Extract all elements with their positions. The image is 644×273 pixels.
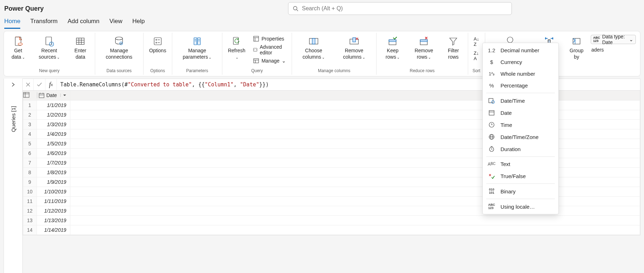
recent-sources-button[interactable]: Recent sources⌄: [32, 34, 67, 61]
column-header-date[interactable]: Date: [37, 92, 70, 98]
row-index[interactable]: 8: [23, 167, 37, 177]
type-date[interactable]: Date: [483, 107, 558, 119]
svg-point-3: [18, 43, 22, 45]
cell-date[interactable]: 1/6/2019: [37, 148, 70, 158]
cell-date[interactable]: 1/2/2019: [37, 110, 70, 119]
manage-parameters-button[interactable]: Manage parameters⌄: [175, 34, 219, 61]
filter-rows-button[interactable]: Filter rows: [442, 34, 465, 61]
row-index[interactable]: 6: [23, 148, 37, 158]
table-row[interactable]: 131/13/2019: [23, 215, 640, 225]
group-by-button[interactable]: Group by: [566, 34, 587, 61]
data-type-label: Data type: Date: [602, 34, 627, 45]
type-dtz[interactable]: Date/Time/Zone: [483, 131, 558, 143]
data-type-dropdown[interactable]: ABC123 Data type: Date ⌄: [591, 35, 636, 44]
row-index[interactable]: 14: [23, 225, 37, 235]
enter-data-button[interactable]: Enter data: [69, 34, 92, 61]
svg-rect-25: [254, 36, 259, 41]
cell-date[interactable]: 1/9/2019: [37, 177, 70, 187]
cell-date[interactable]: 1/1/2019: [37, 100, 70, 110]
cell-date[interactable]: 1/14/2019: [37, 225, 70, 235]
row-index[interactable]: 13: [23, 215, 37, 225]
cell-date[interactable]: 1/5/2019: [37, 139, 70, 148]
currency-icon: $: [488, 59, 496, 65]
type-duration[interactable]: Duration: [483, 143, 558, 155]
cell-date[interactable]: 1/10/2019: [37, 187, 70, 196]
svg-rect-19: [197, 38, 200, 45]
row-index[interactable]: 4: [23, 129, 37, 139]
cancel-formula-button[interactable]: [23, 79, 34, 90]
row-index[interactable]: 12: [23, 206, 37, 215]
row-index[interactable]: 9: [23, 177, 37, 187]
table-row[interactable]: 141/14/2019: [23, 225, 640, 235]
type-currency[interactable]: $Currency: [483, 56, 558, 68]
column-filter-button[interactable]: [60, 93, 69, 97]
group-icon: [572, 36, 581, 46]
commit-formula-button[interactable]: [34, 79, 45, 90]
svg-rect-4: [46, 37, 52, 45]
tab-transform[interactable]: Transform: [30, 18, 58, 29]
get-data-button[interactable]: Get data⌄: [7, 34, 29, 61]
tab-add-column[interactable]: Add column: [67, 18, 99, 29]
tab-help[interactable]: Help: [132, 18, 145, 29]
type-locale[interactable]: ABC123Using locale…: [483, 200, 558, 213]
row-index[interactable]: 10: [23, 187, 37, 196]
manage-query-button[interactable]: Manage⌄: [251, 57, 287, 65]
row-index[interactable]: 3: [23, 119, 37, 129]
corner-cell[interactable]: [23, 91, 37, 100]
svg-point-0: [293, 6, 297, 10]
refresh-button[interactable]: Refresh⌄: [225, 34, 248, 61]
advanced-editor-button[interactable]: Advanced editor: [251, 43, 287, 56]
row-index[interactable]: 7: [23, 158, 37, 167]
type-datetime[interactable]: Date/Time: [483, 95, 558, 107]
row-index[interactable]: 2: [23, 110, 37, 119]
recent-sources-label: Recent sources: [39, 48, 57, 60]
chevron-right-icon: [11, 82, 16, 87]
remove-rows-button[interactable]: Remove rows⌄: [408, 34, 440, 61]
tab-view[interactable]: View: [109, 18, 123, 29]
tab-home[interactable]: Home: [4, 18, 20, 29]
queries-rail-label: Queries [1]: [10, 106, 16, 132]
expand-queries-button[interactable]: [11, 79, 16, 92]
cell-date[interactable]: 1/13/2019: [37, 215, 70, 225]
search-icon: [293, 6, 298, 11]
search-box[interactable]: [288, 2, 512, 15]
row-index[interactable]: 1: [23, 100, 37, 110]
data-type-menu: 1.2Decimal number $Currency 1²₃Whole num…: [482, 43, 559, 214]
cell-date[interactable]: 1/11/2019: [37, 196, 70, 206]
filter-rows-label: Filter rows: [444, 48, 462, 60]
cell-date[interactable]: 1/12/2019: [37, 206, 70, 215]
cell-date[interactable]: 1/7/2019: [37, 158, 70, 167]
type-percentage[interactable]: %Percentage: [483, 80, 558, 91]
cell-date[interactable]: 1/8/2019: [37, 167, 70, 177]
type-truefalse[interactable]: True/False: [483, 170, 558, 182]
type-binary[interactable]: 010101Binary: [483, 185, 558, 197]
formula-text[interactable]: Table.RenameColumns(#"Converted to table…: [57, 81, 272, 88]
group-options-label: Options: [150, 68, 165, 74]
type-time[interactable]: Time: [483, 119, 558, 131]
first-row-headers-partial[interactable]: aders: [591, 46, 636, 54]
remove-columns-button[interactable]: Remove columns⌄: [335, 34, 373, 61]
svg-rect-39: [420, 40, 427, 42]
manage-connections-button[interactable]: Manage connections: [98, 34, 140, 61]
group-data-sources-label: Data sources: [107, 68, 132, 74]
options-button[interactable]: Options: [146, 34, 169, 55]
chevron-down-icon: ⌄: [629, 37, 633, 42]
svg-point-14: [156, 39, 157, 41]
sort-asc-button[interactable]: A↓Z: [473, 36, 480, 48]
type-text[interactable]: ABCText: [483, 158, 558, 170]
row-index[interactable]: 11: [23, 196, 37, 206]
type-whole[interactable]: 1²₃Whole number: [483, 68, 558, 80]
search-input[interactable]: [302, 5, 507, 12]
keep-rows-button[interactable]: Keep rows⌄: [379, 34, 406, 61]
ribbon-tabs: Home Transform Add column View Help: [0, 14, 644, 29]
cell-date[interactable]: 1/4/2019: [37, 129, 70, 139]
type-decimal[interactable]: 1.2Decimal number: [483, 44, 558, 56]
properties-button[interactable]: Properties: [251, 35, 287, 43]
cell-date[interactable]: 1/3/2019: [37, 119, 70, 129]
row-index[interactable]: 5: [23, 139, 37, 148]
recent-icon: [44, 36, 55, 47]
choose-columns-button[interactable]: Choose columns⌄: [295, 34, 332, 61]
sort-desc-button[interactable]: Z↓A: [473, 50, 480, 62]
choose-columns-label: Choose columns: [303, 48, 322, 60]
sort-asc-icon: A↓Z: [474, 36, 479, 47]
